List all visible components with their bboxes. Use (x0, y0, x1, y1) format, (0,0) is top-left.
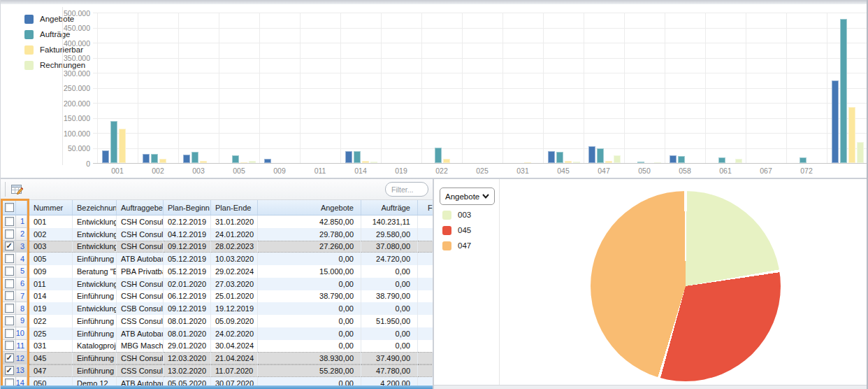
bar-Angebote[interactable] (588, 146, 595, 163)
bar-Aufträge[interactable] (718, 157, 725, 163)
horizontal-splitter[interactable] (0, 178, 868, 179)
bar-Fakturierbar[interactable] (200, 161, 207, 163)
legend-item[interactable]: 047 (442, 238, 471, 253)
table-row[interactable]: 9022Einführung FibuCSS Consult Sof...08.… (1, 315, 433, 327)
bar-Angebote[interactable] (345, 151, 352, 163)
dataset-select[interactable]: Angebote (440, 188, 495, 205)
row-checkbox[interactable] (5, 291, 14, 300)
bar-Aufträge[interactable] (151, 154, 158, 163)
row-checkbox-cell[interactable] (3, 290, 16, 303)
bar-Aufträge[interactable] (678, 156, 685, 163)
row-checkbox-cell[interactable]: ✓ (3, 365, 16, 377)
bar-Aufträge[interactable] (435, 148, 442, 163)
row-checkbox[interactable] (5, 267, 14, 276)
bar-Aufträge[interactable] (354, 151, 361, 163)
filter-input[interactable] (385, 182, 428, 197)
table-row[interactable]: 2002Entwicklung Mo...CSH Consult AG04.12… (1, 228, 433, 241)
bar-Angebote[interactable] (183, 155, 190, 163)
row-checkbox-cell[interactable] (3, 265, 16, 278)
bar-Fakturierbar[interactable] (565, 161, 572, 163)
row-checkbox[interactable]: ✓ (5, 366, 14, 375)
bar-Fakturierbar[interactable] (362, 161, 369, 163)
row-checkbox-cell[interactable] (3, 302, 16, 315)
row-checkbox[interactable] (5, 304, 14, 313)
edit-table-icon[interactable] (11, 184, 24, 195)
row-checkbox-cell[interactable] (3, 327, 16, 340)
column-header[interactable]: Nummer (29, 200, 73, 215)
row-checkbox-cell[interactable] (3, 278, 16, 290)
row-checkbox[interactable] (5, 254, 14, 263)
table-row[interactable]: ✓12045Einführung EPMCSH Consult AG12.03.… (1, 352, 433, 365)
row-checkbox-cell[interactable]: ✓ (3, 241, 16, 253)
row-checkbox-cell[interactable] (3, 228, 16, 241)
row-checkbox[interactable] (5, 229, 14, 239)
table-row[interactable]: 1001Entwicklung Mo...CSH Consult AG02.12… (1, 215, 433, 228)
column-header[interactable]: Plan-Beginn (164, 200, 211, 215)
bar-Aufträge[interactable] (800, 157, 806, 163)
column-header[interactable]: Fakturierbar (418, 200, 433, 215)
legend-item[interactable]: 003 (442, 207, 471, 222)
bar-Rechnungen[interactable] (370, 162, 377, 163)
legend-item[interactable]: 045 (442, 222, 471, 238)
horizontal-scrollbar[interactable] (1, 386, 433, 389)
bar-Fakturierbar[interactable] (119, 129, 126, 163)
bar-Aufträge[interactable] (232, 155, 239, 163)
row-checkbox[interactable] (5, 341, 14, 350)
bar-Aufträge[interactable] (191, 152, 198, 163)
bar-Fakturierbar[interactable] (443, 159, 450, 163)
bar-Angebote[interactable] (832, 80, 839, 163)
row-checkbox-cell[interactable] (3, 315, 16, 327)
pie-chart[interactable] (591, 191, 781, 381)
bar-Rechnungen[interactable] (735, 159, 742, 163)
toolbar-grip[interactable] (5, 182, 6, 197)
header-checkbox-cell[interactable] (3, 200, 16, 215)
row-checkbox[interactable] (5, 329, 14, 338)
vertical-splitter[interactable] (433, 179, 434, 389)
bar-Angebote[interactable] (264, 159, 271, 163)
table-row[interactable]: 4005Einführung EPMATB Autobau AG05.12.20… (1, 253, 433, 265)
bar-Rechnungen[interactable] (654, 162, 661, 163)
bar-Aufträge[interactable] (110, 121, 117, 163)
bar-Rechnungen[interactable] (614, 155, 621, 163)
bar-Fakturierbar[interactable] (240, 162, 247, 163)
row-checkbox[interactable] (5, 279, 14, 288)
table-row[interactable]: 10025Einführung EPMATB Autobau AG08.01.2… (1, 327, 433, 340)
row-checkbox[interactable]: ✓ (5, 353, 14, 362)
select-all-checkbox[interactable] (5, 203, 14, 212)
column-header[interactable]: Angebote (258, 200, 361, 215)
column-header[interactable]: Bezeichnung (73, 200, 117, 215)
bar-Fakturierbar[interactable] (524, 162, 531, 163)
column-header[interactable]: Aufträge (361, 200, 418, 215)
bar-Aufträge[interactable] (637, 162, 644, 163)
column-header[interactable]: Auftraggeber (117, 200, 164, 215)
row-checkbox-cell[interactable] (3, 215, 16, 228)
bar-Angebote[interactable] (548, 151, 555, 163)
row-checkbox-cell[interactable] (3, 340, 16, 353)
bar-Rechnungen[interactable] (857, 142, 864, 163)
table-row[interactable]: ✓3003Entwicklung Mo...CSH Consult AG09.1… (1, 241, 433, 253)
row-checkbox-cell[interactable]: ✓ (3, 352, 16, 365)
bar-Angebote[interactable] (143, 154, 150, 163)
table-row[interactable]: 7014Einführung Proj...CSH Consult AG06.1… (1, 290, 433, 303)
bar-Fakturierbar[interactable] (159, 159, 166, 163)
table-row[interactable]: 5009Beratung "Eink...PBA Privatbank ...0… (1, 265, 433, 278)
bar-Rechnungen[interactable] (573, 162, 580, 163)
row-checkbox[interactable] (5, 217, 14, 226)
table-row[interactable]: 11031KatalogprojektMBG Maschinen...29.01… (1, 340, 433, 353)
bar-Angebote[interactable] (670, 155, 677, 163)
row-checkbox[interactable] (5, 316, 14, 325)
bar-Angebote[interactable] (102, 150, 109, 163)
header-rownum-cell (16, 200, 27, 215)
bar-Rechnungen[interactable] (249, 161, 256, 163)
row-checkbox[interactable]: ✓ (5, 241, 14, 250)
table-row[interactable]: 8019Entwicklung Mo...CSB Consult Be...09… (1, 302, 433, 315)
bar-Aufträge[interactable] (840, 19, 847, 163)
column-header[interactable]: Plan-Ende (211, 200, 258, 215)
bar-Aufträge[interactable] (597, 148, 604, 163)
bar-Fakturierbar[interactable] (605, 161, 612, 163)
row-checkbox-cell[interactable] (3, 253, 16, 265)
table-row[interactable]: 6011Entwicklung Mo...CSH Consult AG02.01… (1, 278, 433, 290)
table-row[interactable]: ✓13047Einführung EPMCSS Consult Sof...13… (1, 365, 433, 377)
bar-Aufträge[interactable] (556, 152, 563, 163)
bar-Fakturierbar[interactable] (848, 107, 855, 163)
